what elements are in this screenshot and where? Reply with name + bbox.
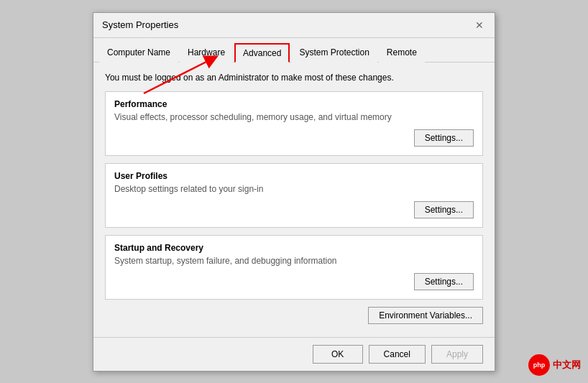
dialog-title: System Properties — [102, 19, 178, 30]
title-bar: System Properties ✕ — [93, 13, 495, 38]
tab-advanced[interactable]: Advanced — [234, 43, 290, 63]
cancel-button[interactable]: Cancel — [369, 345, 426, 364]
admin-notice: You must be logged on as an Administrato… — [105, 73, 483, 83]
ok-button[interactable]: OK — [313, 345, 363, 364]
performance-settings-button[interactable]: Settings... — [414, 129, 474, 147]
tab-system-protection[interactable]: System Protection — [291, 43, 377, 63]
tab-content: You must be logged on as an Administrato… — [93, 63, 495, 337]
tab-bar: Computer Name Hardware Advanced System P… — [93, 38, 495, 63]
dialog-footer: OK Cancel Apply — [93, 337, 495, 371]
tab-remote[interactable]: Remote — [379, 43, 425, 63]
user-profiles-settings-button[interactable]: Settings... — [414, 201, 474, 218]
close-button[interactable]: ✕ — [473, 19, 486, 32]
startup-recovery-settings-button[interactable]: Settings... — [414, 273, 474, 290]
apply-button[interactable]: Apply — [431, 345, 483, 364]
startup-recovery-title: Startup and Recovery — [114, 243, 474, 253]
env-variables-row: Environment Variables... — [105, 307, 483, 324]
system-properties-dialog: System Properties ✕ Computer Name Hardwa… — [93, 12, 495, 372]
user-profiles-desc: Desktop settings related to your sign-in — [114, 184, 474, 194]
tab-computer-name[interactable]: Computer Name — [99, 43, 178, 63]
watermark: php 中文网 — [528, 354, 581, 376]
watermark-text: 中文网 — [553, 359, 581, 372]
user-profiles-section: User Profiles Desktop settings related t… — [105, 163, 483, 228]
user-profiles-title: User Profiles — [114, 171, 474, 181]
startup-recovery-section: Startup and Recovery System startup, sys… — [105, 235, 483, 300]
tab-hardware[interactable]: Hardware — [180, 43, 233, 63]
performance-desc: Visual effects, processor scheduling, me… — [114, 112, 474, 122]
environment-variables-button[interactable]: Environment Variables... — [368, 307, 483, 324]
php-badge: php — [528, 354, 550, 376]
performance-btn-row: Settings... — [114, 129, 474, 147]
user-profiles-btn-row: Settings... — [114, 201, 474, 218]
startup-recovery-desc: System startup, system failure, and debu… — [114, 256, 474, 266]
performance-title: Performance — [114, 99, 474, 109]
performance-section: Performance Visual effects, processor sc… — [105, 91, 483, 156]
startup-recovery-btn-row: Settings... — [114, 273, 474, 290]
